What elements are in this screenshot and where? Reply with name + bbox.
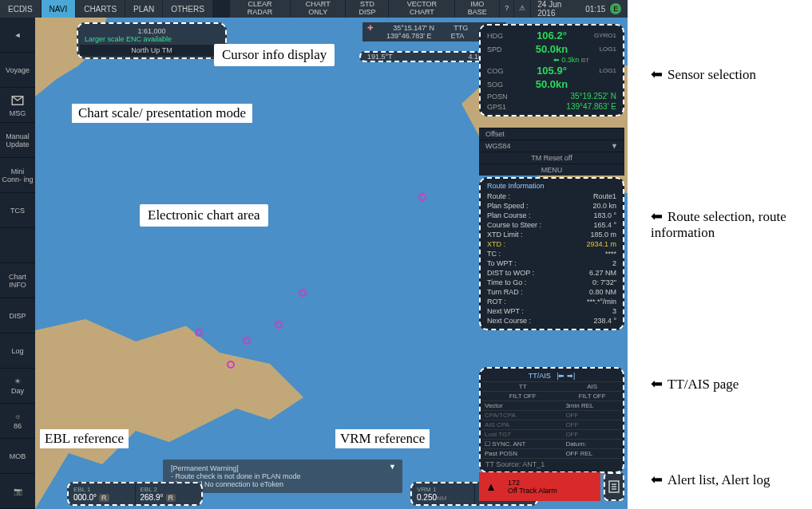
route-row-value: ***.*°/min (587, 298, 616, 306)
offset-label[interactable]: Offset (485, 130, 505, 138)
sidebar-voyage[interactable]: Voyage (0, 53, 35, 88)
callout-ebl: EBL reference (40, 429, 129, 448)
sidebar-mob[interactable]: MOB (0, 439, 35, 474)
alert-message[interactable]: 172 Off Track Alarm (503, 472, 600, 501)
util-clear-radar[interactable]: CLEAR RADAR (230, 0, 291, 18)
util-alert-icon[interactable]: ⚠ (514, 0, 531, 18)
sidebar-day-palette[interactable]: ☀Day (0, 369, 35, 404)
tab-ecdis[interactable]: ECDIS (0, 0, 42, 18)
route-row-value: 0: 7'32" (592, 278, 616, 286)
route-row-value: 183.0 ° (593, 211, 616, 219)
ais-filter[interactable]: FILT OFF (563, 392, 621, 401)
sidebar-msg[interactable]: MSG (0, 88, 35, 123)
sog-label: SOG (487, 81, 514, 89)
alert-code: 172 (508, 479, 596, 487)
callout-sensor: ⬅Sensor selection (651, 65, 756, 83)
ebl1-value: 000.0° (73, 493, 97, 502)
date-text: 24 Jun 2016 (537, 0, 580, 18)
sidebar-brightness[interactable]: ☼86 (0, 404, 35, 439)
hdg-label: HDG (487, 32, 514, 40)
sidebar-manual-update[interactable]: Manual Update (0, 123, 35, 158)
menu-button[interactable]: MENU (541, 166, 563, 174)
sog-value: 50.0kn (536, 78, 568, 90)
tt-header: TT (482, 382, 563, 392)
tm-reset[interactable]: TM Reset off (531, 154, 572, 162)
cursor-lat: 35°15.147' N (393, 24, 434, 32)
datum-label: Datum: (563, 440, 621, 449)
vector-value: 3min (565, 402, 579, 409)
hdg-value: 106.2° (537, 30, 567, 41)
spd-value: 50.0kn (536, 43, 568, 55)
cursor-eta-label: ETA (451, 32, 465, 40)
callout-route: ⬅Route selection, route information (651, 207, 812, 241)
ttais-row-label: CPA/TCPA (482, 411, 563, 420)
left-sidebar: ◄ Voyage MSG Manual Update Mini Conn- in… (0, 18, 35, 509)
ais-header: AIS (563, 382, 621, 392)
spd-source: LOG1 (589, 45, 616, 53)
buoy-icon (299, 289, 307, 297)
route-row-label: Plan Speed : (487, 202, 529, 210)
tab-plan[interactable]: PLAN (125, 0, 163, 18)
cog-source: LOG1 (589, 67, 616, 74)
tt-filter[interactable]: FILT OFF (482, 392, 563, 401)
util-vector-chart[interactable]: VECTOR CHART (389, 0, 455, 18)
cursor-lon: 139°46.783' E (386, 32, 431, 40)
route-xtd-value: 2934.1 m (586, 240, 616, 248)
route-row-value: 3 (612, 307, 616, 315)
route-information-panel[interactable]: Route Information Route :Route1 Plan Spe… (479, 177, 624, 330)
route-row-label: Next WPT : (487, 307, 524, 315)
route-name-label: Route : (487, 192, 510, 200)
time-text: 01:15 (585, 5, 605, 14)
tab-others[interactable]: OTHERS (163, 0, 213, 18)
route-xtd-label: XTD : (487, 240, 505, 248)
buoy-icon (275, 321, 283, 329)
util-imo-base[interactable]: IMO BASE (455, 0, 500, 18)
ebl2-label: EBL 2 (141, 486, 197, 493)
sidebar-blank (0, 228, 35, 263)
sidebar-log[interactable]: Log (0, 333, 35, 369)
alert-bar: ▲ 172 Off Track Alarm (479, 472, 624, 501)
ttais-row-value: OFF (563, 430, 621, 440)
route-row-value: **** (605, 250, 616, 258)
vector-label: Vector (482, 401, 563, 411)
route-row-label: Course to Steer : (487, 221, 541, 229)
posn-lon: 139°47.863' E (566, 102, 616, 111)
sidebar-camera-icon[interactable]: 📷 (0, 474, 35, 509)
util-chart-only[interactable]: CHART ONLY (291, 0, 346, 18)
ebl-reference-box[interactable]: EBL 1 000.0°R EBL 2 268.9°R (67, 482, 203, 506)
sidebar-mini-conning[interactable]: Mini Conn- ing (0, 158, 35, 193)
route-row-value: 20.0 kn (592, 202, 616, 210)
sync-ant[interactable]: ☐ SYNC. ANT (482, 440, 563, 449)
sidebar-disp[interactable]: DISP (0, 298, 35, 333)
alert-log-button[interactable] (604, 472, 624, 501)
sidebar-day-label: Day (11, 387, 24, 395)
tt-ais-panel[interactable]: TT/AIS |⬅ ➡| TTAIS FILT OFFFILT OFF Vect… (479, 367, 624, 473)
chart-scale-box[interactable]: 1:61,000 Larger scale ENC available Nort… (77, 22, 227, 59)
tab-navi[interactable]: NAVI (42, 0, 77, 18)
menu-separator (213, 0, 230, 18)
alert-triangle-icon[interactable]: ▲ (479, 472, 503, 501)
util-help-icon[interactable]: ? (500, 0, 514, 18)
chart-scale-message: Larger scale ENC available (85, 35, 219, 43)
tab-charts[interactable]: CHARTS (76, 0, 125, 18)
sidebar-brightness-value: 86 (14, 422, 22, 430)
route-row-label: To WPT : (487, 259, 517, 267)
datum-label: WGS84 (485, 142, 511, 150)
ttais-row-label: AIS CPA (482, 420, 563, 430)
util-std-disp[interactable]: STD DISP (346, 0, 389, 18)
r-badge: R (99, 494, 109, 502)
cursor-ttg-label: TTG (454, 24, 468, 32)
sidebar-tcs[interactable]: TCS (0, 193, 35, 228)
sidebar-chart-info[interactable]: Chart INFO (0, 263, 35, 298)
spd-label: SPD (487, 45, 514, 53)
route-row-label: DIST to WOP : (487, 269, 534, 277)
route-row-label: ROT : (487, 298, 506, 306)
chart-presentation-mode[interactable]: North Up TM (80, 45, 224, 56)
vrm1-unit: NM (437, 495, 446, 502)
route-row-label: XTD Limit : (487, 231, 523, 239)
collapse-icon[interactable]: ▼ (389, 463, 396, 471)
sensor-selection-panel[interactable]: HDG 106.2° GYRO1 SPD 50.0kn LOG1 ⬅ 0.3kn… (479, 24, 624, 116)
warning-line2: - [C-MAP] No connection to eToken (171, 480, 394, 488)
buoy-icon (227, 361, 235, 369)
sidebar-collapse-icon[interactable]: ◄ (0, 18, 35, 53)
